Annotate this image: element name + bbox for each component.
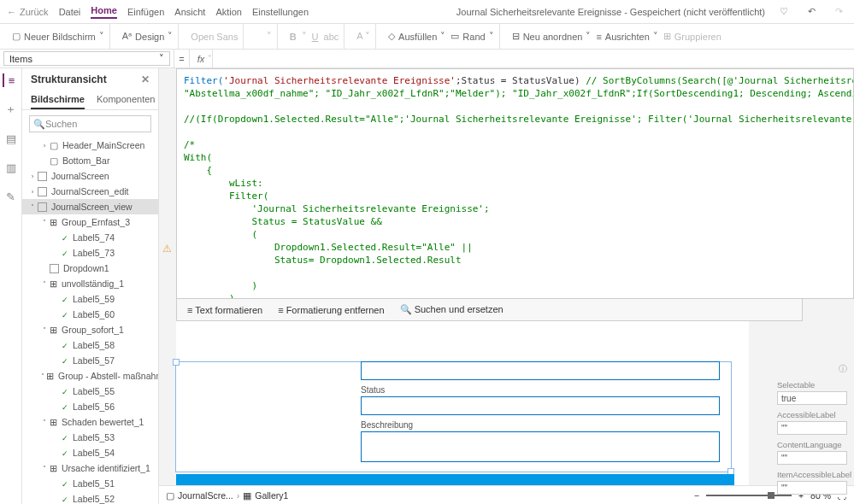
field-input-1[interactable] <box>361 361 720 380</box>
description-input[interactable] <box>361 431 720 462</box>
group-button[interactable]: ⊞ Gruppieren <box>663 31 721 42</box>
underline-button[interactable]: U <box>312 32 319 42</box>
tab-components[interactable]: Komponenten <box>97 91 156 109</box>
equals-icon: = <box>174 50 189 67</box>
rail-tools-icon[interactable]: ✎ <box>4 190 18 203</box>
properties-panel: ⓘ Selectable true AccessibleLabel "" Con… <box>777 363 847 504</box>
strike-button[interactable]: abc <box>324 32 339 42</box>
tree-body[interactable]: ›▢Header_MainScreen▢Bottom_Bar›JournalSc… <box>22 138 158 504</box>
format-text-button[interactable]: ≡ Text formatieren <box>187 305 262 315</box>
prop-acclabel-value[interactable]: "" <box>777 421 847 435</box>
back-button[interactable]: ← Zurück <box>7 7 49 17</box>
tree-item[interactable]: ▢Bottom_Bar <box>22 153 158 168</box>
undo-icon[interactable]: ↶ <box>803 3 820 21</box>
tree-item[interactable]: Label5_60 <box>22 307 158 322</box>
tree-item[interactable]: Label5_59 <box>22 291 158 307</box>
new-screen-button[interactable]: ▢ Neuer Bildschirm ˅ <box>12 31 104 42</box>
status-bar: ▢ JournalScre... › ▦ Gallery1 − + 80 % ⛶ <box>159 485 854 504</box>
prop-acclabel-label: AccessibleLabel <box>777 410 847 419</box>
app-title: Journal Sicherheitsrelevante Ereignisse … <box>456 7 765 17</box>
tree-item[interactable]: ˅⊞Group - Abstell- maßnahme definiert_1 <box>22 368 158 384</box>
tree-item[interactable]: Label5_57 <box>22 353 158 368</box>
fx-icon[interactable]: fx <box>189 50 213 67</box>
tree-item[interactable]: Label5_55 <box>22 384 158 399</box>
ribbon-toolbar: ▢ Neuer Bildschirm ˅ Aᵃ Design ˅ Open Sa… <box>0 24 854 50</box>
zoom-out-button[interactable]: − <box>694 490 699 501</box>
formula-editor[interactable]: Filter('Journal Sicherheitsrelevante Ere… <box>176 68 854 299</box>
redo-icon[interactable]: ↷ <box>830 3 847 21</box>
prop-selectable-value[interactable]: true <box>777 391 847 405</box>
tree-item[interactable]: ˅⊞Group_Ernfast_3 <box>22 214 158 230</box>
crumb-gallery[interactable]: Gallery1 <box>255 490 288 501</box>
tree-close-icon[interactable]: ✕ <box>141 73 150 85</box>
menu-home[interactable]: Home <box>91 5 117 19</box>
border-button[interactable]: ▭ Rand ˅ <box>451 31 493 42</box>
tree-item[interactable]: ˅JournalScreen_view <box>22 199 158 214</box>
title-bar: ← Zurück Datei Home Einfügen Ansicht Akt… <box>0 0 854 24</box>
menu-file[interactable]: Datei <box>59 7 81 17</box>
formula-bar: Items˅ = fx <box>0 50 854 68</box>
design-button[interactable]: Aᵃ Design ˅ <box>122 31 174 42</box>
crumb-screen[interactable]: JournalScre... <box>178 490 233 501</box>
property-dropdown[interactable]: Items˅ <box>3 51 170 66</box>
bold-button[interactable]: B <box>290 32 297 42</box>
tree-item[interactable]: Label5_51 <box>22 476 158 491</box>
formula-editor-toolbar: ≡ Text formatieren ≡ Formatierung entfer… <box>176 299 803 321</box>
reorder-button[interactable]: ⊟ Neu anordnen ˅ <box>512 31 592 42</box>
tree-view-panel: Strukturansicht ✕ Bildschirme Komponente… <box>22 68 159 504</box>
font-size[interactable]: ˅ <box>256 31 271 42</box>
tree-title: Strukturansicht <box>31 73 107 85</box>
rail-tree-icon[interactable]: ≡ <box>3 73 18 87</box>
font-select[interactable]: Open Sans <box>191 32 238 42</box>
tree-item[interactable]: Label5_58 <box>22 337 158 353</box>
tab-screens[interactable]: Bildschirme <box>31 91 85 109</box>
tree-item[interactable]: ˅⊞Schaden bewertet_1 <box>22 414 158 430</box>
tree-item[interactable]: Label5_54 <box>22 445 158 460</box>
tree-item[interactable]: Label5_74 <box>22 230 158 245</box>
menu-insert[interactable]: Einfügen <box>127 7 164 17</box>
tree-item[interactable]: ˅⊞Ursache identifiziert_1 <box>22 460 158 476</box>
find-replace-button[interactable]: 🔍 Suchen und ersetzen <box>400 304 504 315</box>
italic-button[interactable]: ˅ <box>302 31 307 42</box>
remove-format-button[interactable]: ≡ Formatierung entfernen <box>278 305 384 315</box>
tree-item[interactable]: ˅⊞unvollständig_1 <box>22 276 158 291</box>
tree-item[interactable]: Label5_53 <box>22 430 158 445</box>
tree-item[interactable]: Label5_73 <box>22 245 158 261</box>
font-color-button[interactable]: A ˅ <box>356 31 370 42</box>
status-input[interactable] <box>361 396 720 415</box>
tree-item[interactable]: ›▢Header_MainScreen <box>22 138 158 153</box>
menu-view[interactable]: Ansicht <box>174 7 205 17</box>
menu-settings[interactable]: Einstellungen <box>252 7 309 17</box>
description-label: Beschreibung <box>361 420 720 430</box>
align-button[interactable]: ≡ Ausrichten ˅ <box>596 31 657 42</box>
tree-item[interactable]: Dropdown1 <box>22 261 158 276</box>
tree-search-input[interactable]: 🔍 Suchen <box>29 115 151 132</box>
prop-contentlang-value[interactable]: "" <box>777 451 847 465</box>
prop-itemacc-label: ItemAccessibleLabel <box>777 470 847 479</box>
fill-button[interactable]: ◇ Ausfüllen ˅ <box>388 31 445 42</box>
menu-action[interactable]: Aktion <box>215 7 242 17</box>
health-icon[interactable]: ♡ <box>775 3 792 21</box>
prop-itemacc-value[interactable]: "" <box>777 481 847 495</box>
tree-item[interactable]: Label5_52 <box>22 491 158 504</box>
left-rail: ≡ ＋ ▤ ▥ ✎ <box>0 68 22 504</box>
prop-contentlang-label: ContentLanguage <box>777 440 847 449</box>
rail-data-icon[interactable]: ▤ <box>4 132 18 145</box>
rail-media-icon[interactable]: ▥ <box>4 161 18 174</box>
tree-item[interactable]: Label5_56 <box>22 399 158 414</box>
prop-selectable-label: Selectable <box>777 380 847 390</box>
form-area: Status Beschreibung <box>361 361 720 467</box>
tree-item[interactable]: ›JournalScreen <box>22 168 158 184</box>
status-label: Status <box>361 385 720 395</box>
warning-icon[interactable]: ⚠ <box>162 243 172 255</box>
rail-insert-icon[interactable]: ＋ <box>4 103 18 116</box>
canvas-area: Filter('Journal Sicherheitsrelevante Ere… <box>159 68 854 504</box>
tree-item[interactable]: ˅⊞Group_sofort_1 <box>22 322 158 337</box>
tree-item[interactable]: ›JournalScreen_edit <box>22 184 158 199</box>
